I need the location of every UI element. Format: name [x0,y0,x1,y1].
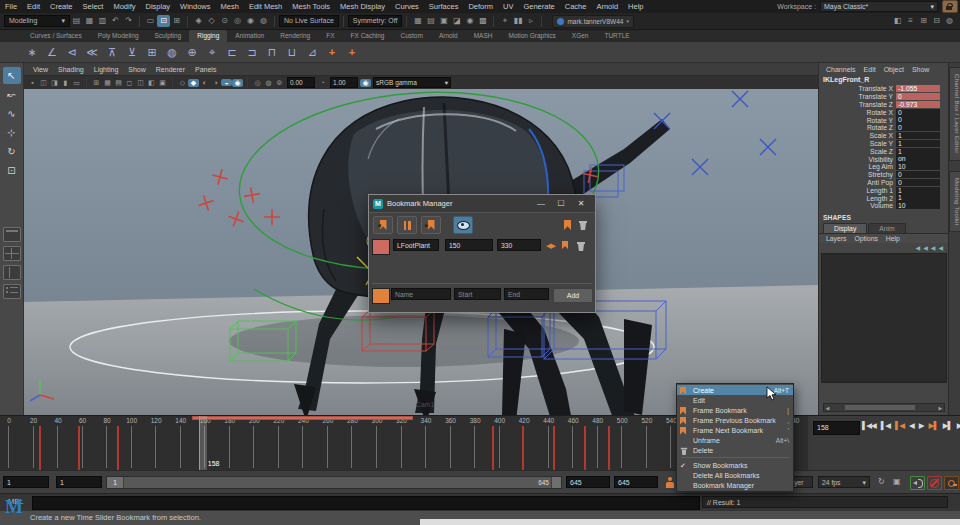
command-line-input[interactable] [32,496,700,510]
context-item-show-bookmarks[interactable]: ✓Show Bookmarks [677,460,793,470]
create-bookmark-icon[interactable] [564,220,571,230]
menu-help[interactable]: Help [623,0,648,13]
shelf-tab-custom[interactable]: Custom [392,30,430,42]
interactive-playback-icon[interactable]: ▹ [524,15,537,27]
select-tool[interactable]: ↖ [3,67,21,84]
context-item-frame-previous-bookmark[interactable]: Frame Previous Bookmark, [677,415,793,425]
hypershade-icon[interactable]: ◪ [450,15,463,27]
bookmark-color-swatch[interactable] [372,239,390,255]
step-forward-frame-button[interactable]: ▶▌ [941,420,954,431]
range-start-handle[interactable]: 1 [107,477,124,488]
light-editor-icon[interactable]: ▩ [476,15,489,27]
ipr-render-icon[interactable]: ▤ [424,15,437,27]
persp-outliner-layout[interactable] [3,265,21,280]
menu-surfaces[interactable]: Surfaces [424,0,464,13]
fps-dropdown[interactable]: 24 fps▾ [818,476,870,488]
safe-action-icon[interactable]: ◧ [146,79,157,87]
shelf-tab-rendering[interactable]: Rendering [272,30,318,42]
symmetry-field[interactable]: Symmetry: Off [348,15,403,27]
bookmark-icon[interactable] [562,241,568,249]
close-button[interactable]: ✕ [571,199,591,208]
menu-mesh-tools[interactable]: Mesh Tools [287,0,335,13]
channel-value[interactable]: 0 [896,93,940,100]
viewport-menu-view[interactable]: View [28,66,53,73]
add-influence-icon[interactable]: + [322,46,342,58]
new-bookmark-color-swatch[interactable] [372,288,390,304]
channel-value[interactable]: 0 [896,109,940,116]
single-pane-layout[interactable] [3,227,21,242]
menu-file[interactable]: File [0,0,22,13]
render-view-icon[interactable]: ▦ [411,15,424,27]
step-forward-key-button[interactable]: ▶▌ [927,420,940,431]
resolution-gate-icon[interactable]: ▤ [113,79,124,87]
shelf-tab-motion-graphics[interactable]: Motion Graphics [500,30,563,42]
frame-bookmark-button[interactable] [397,216,417,234]
menu-set-dropdown[interactable]: Modeling▾ [4,15,70,27]
channel-value[interactable]: 1 [896,187,940,194]
menu-generate[interactable]: Generate [518,0,559,13]
menu-edit[interactable]: Edit [22,0,45,13]
skin-bind-icon[interactable]: ⊿ [302,46,322,59]
film-gate-icon[interactable]: ▦ [102,79,113,87]
live-surface-field[interactable]: No Live Surface [279,15,339,27]
camera-attributes-icon[interactable]: ◨ [49,79,60,87]
view-transform-dropdown[interactable]: sRGB gamma▾ [373,77,451,88]
rotate-tool[interactable]: ↻ [3,143,21,160]
viewport-menu-renderer[interactable]: Renderer [151,66,190,73]
add-layer-empty-icon[interactable]: ◀ [931,244,936,251]
layer-menu-layers[interactable]: Layers [823,235,849,242]
human-ik-icon[interactable]: ⊻ [122,46,142,59]
ik-handle-icon[interactable]: ◍ [162,46,182,59]
pause-viewport-icon[interactable]: ▮▮ [511,15,524,27]
new-bookmark-name-field[interactable]: Name [391,288,451,300]
sound-mute-icon[interactable] [910,476,925,490]
current-time-indicator[interactable] [199,416,207,471]
layer-editor-scrollbar[interactable]: ◀ ▶ [823,403,945,412]
select-component-icon[interactable]: ⊞ [170,15,183,27]
lock-camera-icon[interactable]: ◫ [38,79,49,87]
bookmark-name-field[interactable]: LFootPlant [393,239,439,251]
channel-menu-object[interactable]: Object [881,66,907,73]
side-tab-channel-box-layer-editor[interactable]: Channel Box / Layer Editor [949,67,960,161]
context-item-frame-next-bookmark[interactable]: Frame Next Bookmark' [677,425,793,435]
snap-curve-icon[interactable]: ◇ [205,15,218,27]
channel-value[interactable]: 0 [896,116,940,123]
viewport-menu-shading[interactable]: Shading [53,66,89,73]
render-settings-icon[interactable]: ▣ [437,15,450,27]
gate-mask-icon[interactable]: ◻ [124,79,135,87]
four-pane-layout[interactable] [3,246,21,261]
context-item-unframe[interactable]: UnframeAlt+\ [677,435,793,445]
minimize-button[interactable]: — [531,199,551,208]
channel-menu-show[interactable]: Show [909,66,933,73]
create-locator-icon[interactable]: ∗ [22,46,42,59]
shelf-tab-poly-modeling[interactable]: Poly Modeling [90,30,147,42]
frame-previous-bookmark-button[interactable]: ◀ [373,216,393,234]
tool-settings-toggle-icon[interactable]: ◍ [943,15,956,27]
menu-mesh-display[interactable]: Mesh Display [335,0,390,13]
maximize-button[interactable]: ☐ [551,199,571,208]
menu-curves[interactable]: Curves [390,0,424,13]
create-joint-icon[interactable]: ∠ [42,46,62,59]
channel-value[interactable]: 1 [896,140,940,147]
isolate-select-icon[interactable]: ◎ [252,79,263,87]
joint-xray-icon[interactable]: ⊚ [274,79,285,87]
play-backwards-button[interactable]: ◀ [907,420,916,431]
viewport-menu-panels[interactable]: Panels [190,66,221,73]
aim-constraint-icon[interactable]: ⊔ [282,46,302,59]
channel-value[interactable]: 1 [896,148,940,155]
snap-grid-icon[interactable]: ◈ [192,15,205,27]
menu-select[interactable]: Select [78,0,109,13]
range-end-handle[interactable] [551,477,561,488]
paint-select-tool[interactable]: ∿ [3,105,21,122]
character-set-icon[interactable] [665,477,674,488]
layer-menu-options[interactable]: Options [851,235,880,242]
delete-bookmark-icon[interactable] [577,241,585,251]
workspace-dropdown[interactable]: Maya Classic*▾ [820,1,938,12]
select-camera-icon[interactable]: ▪ [27,79,38,86]
channel-value[interactable]: -1.055 [896,85,940,92]
viewport-menu-lighting[interactable]: Lighting [89,66,124,73]
bookmark-view-icon[interactable]: ▮ [60,79,71,87]
scale-tool[interactable]: ⊡ [3,162,21,179]
menu-uv[interactable]: UV [498,0,518,13]
animation-start-field[interactable]: 1 [3,476,49,488]
